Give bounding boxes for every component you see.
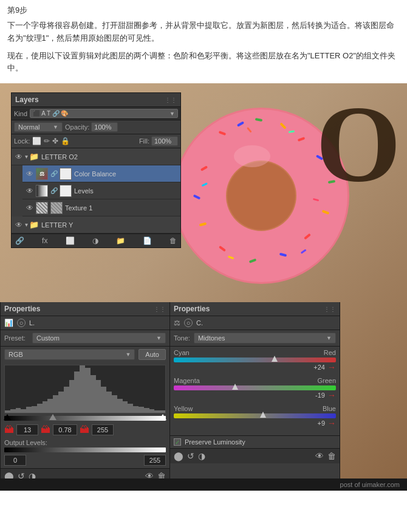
cyan-red-track[interactable] [174, 358, 336, 362]
visibility-icon-2[interactable]: 👁 [25, 186, 35, 196]
cyan-red-thumb[interactable] [272, 356, 278, 362]
magenta-green-value: -19 [315, 392, 325, 399]
panel-drag-handle[interactable]: ⋮⋮ [165, 97, 177, 103]
lock-fill-row: Lock: ⬜ ✏ ✤ 🔒 Fill: 100% [12, 134, 180, 148]
expand-arrow-0[interactable]: ▾ [25, 153, 28, 160]
layer-row-levels[interactable]: 👁 🔗 Levels [22, 182, 180, 199]
mid-level-input[interactable] [53, 424, 77, 435]
histogram-bar [74, 371, 80, 413]
histogram-bar [53, 395, 58, 413]
layer-row-color-balance[interactable]: 👁 ⚖ 🔗 Color Balance [22, 165, 180, 182]
cb-footer-icon1[interactable]: ⬤ [174, 451, 183, 461]
page-container: 第9步 下一个字母将很容易创建。打开甜甜圈参考，并从背景中提取它。放置为新图层，… [0, 0, 407, 532]
histogram-bar [26, 407, 32, 413]
output-slider-track[interactable] [4, 447, 166, 452]
sample-white-icon[interactable]: 🏔 [80, 424, 89, 435]
sample-black-icon[interactable]: 🏔 [4, 424, 14, 435]
kind-value: ⬛ A T 🔗 🎨 [33, 110, 68, 117]
magenta-green-thumb[interactable] [232, 384, 238, 390]
input-slider-track[interactable] [4, 416, 166, 421]
mask-icon[interactable]: ⬜ [66, 237, 75, 245]
layer-name-0: LETTER O2 [41, 153, 178, 161]
histogram-bar [91, 375, 96, 413]
levels-icon-row: 📊 ○ L. [1, 316, 169, 330]
levels-panel-drag[interactable]: ⋮⋮ [154, 306, 166, 313]
lock-all-icon[interactable]: 🔒 [61, 137, 70, 145]
opacity-label: Opacity: [65, 123, 89, 131]
lock-transparency-icon[interactable]: ⬜ [32, 137, 41, 145]
white-level-input[interactable] [92, 424, 114, 435]
layer-row-letter-o2[interactable]: 👁 ▾ 📁 LETTER O2 [12, 148, 180, 165]
blend-mode-dropdown[interactable]: Normal ▼ [14, 122, 63, 132]
layers-panel: Layers ⋮⋮ Kind ⬛ A T 🔗 🎨 ▼ Normal ▼ Opac… [11, 92, 181, 248]
chain-icon-2: 🔗 [50, 187, 58, 194]
histogram-bar [37, 404, 43, 413]
new-layer-icon[interactable]: 📄 [143, 237, 152, 245]
histogram-bar [5, 410, 10, 413]
adjustment-icon[interactable]: ◑ [92, 237, 98, 245]
black-point-thumb[interactable] [4, 414, 11, 420]
preset-label: Preset: [4, 334, 29, 342]
cb-delete-icon[interactable]: 🗑 [327, 451, 336, 461]
svg-point-25 [234, 145, 270, 167]
cb-footer-icon4[interactable]: 👁 [315, 451, 324, 461]
chain-icon-1: 🔗 [50, 170, 58, 177]
auto-button[interactable]: Auto [139, 349, 166, 360]
cb-circle-icon: ○ [184, 319, 193, 327]
tone-dropdown[interactable]: Midtones ▼ [194, 333, 336, 344]
link-icon[interactable]: 🔗 [15, 237, 24, 245]
layers-title: Layers [15, 95, 39, 104]
folder-icon-4: 📁 [29, 220, 39, 229]
delete-icon[interactable]: 🗑 [169, 237, 177, 245]
preserve-checkbox[interactable]: ✓ [174, 438, 181, 446]
sample-mid-icon[interactable]: 🏔 [41, 424, 50, 435]
cb-panel-drag[interactable]: ⋮⋮ [324, 306, 336, 313]
expand-arrow-4[interactable]: ▾ [25, 221, 28, 228]
cyan-red-labels: Cyan Red [174, 349, 336, 356]
input-slider-row [4, 416, 166, 421]
histogram-bar [160, 410, 165, 413]
fx-icon[interactable]: fx [42, 237, 47, 245]
output-white-input[interactable] [144, 455, 166, 466]
folder-icon-0: 📁 [29, 152, 39, 161]
visibility-icon-0[interactable]: 👁 [14, 152, 24, 162]
kind-dropdown[interactable]: ⬛ A T 🔗 🎨 ▼ [30, 109, 178, 118]
blend-mode-value: Normal [18, 123, 39, 131]
opacity-value[interactable]: 100% [91, 122, 118, 132]
visibility-icon-4[interactable]: 👁 [14, 220, 24, 230]
fill-value[interactable]: 100% [151, 136, 178, 146]
magenta-green-track[interactable] [174, 385, 336, 390]
yellow-blue-value-row: +9 → [174, 418, 336, 428]
footer-text: post of uimaker.com [340, 481, 400, 488]
cb-footer-icon3[interactable]: ◑ [198, 451, 205, 461]
output-black-input[interactable] [4, 455, 26, 466]
yellow-blue-track[interactable] [174, 413, 336, 418]
lock-paint-icon[interactable]: ✏ [44, 137, 50, 145]
histogram-bar [85, 368, 91, 413]
channel-dropdown[interactable]: RGB ▼ [4, 349, 135, 360]
cyan-red-value-row: +24 → [174, 362, 336, 372]
lock-position-icon[interactable]: ✤ [52, 137, 58, 145]
magenta-label: Magenta [174, 377, 200, 384]
mid-point-thumb[interactable] [49, 414, 56, 420]
magenta-green-slider-row: Magenta Green -19 → [174, 377, 336, 400]
black-level-input[interactable] [16, 424, 38, 435]
cb-footer-icon2[interactable]: ↺ [187, 451, 194, 461]
preset-value: Custom [36, 334, 60, 342]
thumb-texture [36, 202, 48, 214]
layer-row-texture[interactable]: 👁 Texture 1 [22, 199, 180, 216]
layer-row-letter-y[interactable]: 👁 ▾ 📁 LETTER Y [12, 216, 180, 233]
cyan-red-value: +24 [313, 364, 325, 371]
thumb-levels [36, 185, 48, 197]
folder-new-icon[interactable]: 📁 [116, 237, 125, 245]
histogram-bar [64, 387, 69, 413]
visibility-icon-1[interactable]: 👁 [25, 169, 35, 179]
yellow-blue-thumb[interactable] [260, 412, 266, 418]
tone-value: Midtones [198, 334, 225, 342]
white-point-thumb[interactable] [159, 414, 166, 420]
magenta-green-arrow: → [327, 390, 336, 400]
preset-dropdown[interactable]: Custom ▼ [32, 333, 166, 344]
blend-opacity-row: Normal ▼ Opacity: 100% [12, 120, 180, 134]
visibility-icon-3[interactable]: 👁 [25, 203, 35, 213]
paragraph-2: 现在，使用以下设置剪辑对此图层的两个调整：色阶和色彩平衡。将这些图层放在名为"L… [7, 50, 400, 75]
